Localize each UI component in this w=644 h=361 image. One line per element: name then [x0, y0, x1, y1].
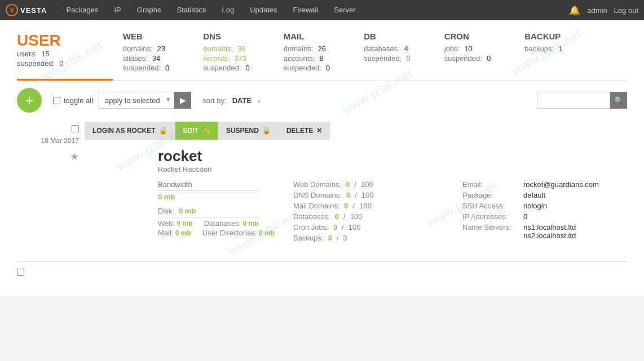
- metrics-grid: Bandwidth 0 mb Disk: 0 mb Web:: [158, 180, 627, 244]
- backup-stats: BACKUP backups:1: [524, 32, 562, 73]
- apply-button[interactable]: ▶: [174, 92, 191, 109]
- nav-right: 🔔 admin Log out: [569, 5, 638, 16]
- dns-title: DNS: [203, 32, 249, 41]
- email-row: Email: rocket@guardians.com: [462, 180, 627, 189]
- databases-row: Databases: 0 / 100: [293, 212, 451, 221]
- apply-select[interactable]: apply to selected suspend unsuspend dele…: [99, 92, 174, 109]
- suspend-label: SUSPEND: [226, 127, 259, 135]
- web-sub: Web: 0 mb: [158, 219, 192, 228]
- metrics-col3: Email: rocket@guardians.com Package: def…: [462, 180, 627, 244]
- navbar: V VESTA Packages IP Graphs Statistics Lo…: [0, 0, 644, 20]
- user-fullname: Rocket Raccoon: [158, 165, 627, 173]
- toggle-all-label[interactable]: toggle all: [53, 96, 93, 105]
- search-icon: 🔍: [614, 96, 624, 105]
- backup-title: BACKUP: [524, 32, 562, 41]
- toolbar: + toggle all apply to selected suspend u…: [17, 81, 627, 119]
- username: rocket: [158, 148, 627, 165]
- bottom-checkbox-area: [17, 261, 627, 284]
- dns-stats: DNS domains:36 records:373 suspended:0: [203, 32, 249, 73]
- search-button[interactable]: 🔍: [610, 92, 627, 109]
- brand: V VESTA: [6, 4, 47, 16]
- toggle-all-checkbox[interactable]: [53, 97, 60, 104]
- search-input[interactable]: [537, 92, 610, 109]
- db-stats: DB databases:4 suspended:0: [364, 32, 410, 73]
- login-as-button[interactable]: LOGIN AS ROCKET 🔒: [85, 122, 175, 140]
- login-label: LOGIN AS ROCKET: [92, 127, 156, 135]
- star-icon[interactable]: ★: [70, 150, 79, 163]
- user-date: 18 Mar 2017: [41, 137, 79, 145]
- web-title: WEB: [123, 32, 169, 41]
- userdirs-sub: User Directories: 0 mb: [202, 229, 275, 237]
- nav-graphs[interactable]: Graphs: [129, 0, 169, 20]
- pencil-icon: ✏️: [202, 127, 210, 135]
- bandwidth-divider: [158, 190, 259, 191]
- delete-label: DELETE: [286, 127, 313, 135]
- add-user-button[interactable]: +: [17, 88, 42, 113]
- toggle-all-text: toggle all: [64, 96, 93, 105]
- disk-label: Disk:: [158, 207, 174, 215]
- mail-stats: MAIL domains:26 accounts:8 suspended:0: [284, 32, 330, 73]
- main-content: USER users: 15 suspended: 0 WEB domains:…: [0, 20, 644, 296]
- ip-row: IP Addresses: 0: [462, 212, 627, 221]
- cron-title: CRON: [444, 32, 491, 41]
- nav-updates[interactable]: Updates: [242, 0, 285, 20]
- metrics-col1: Bandwidth 0 mb Disk: 0 mb Web:: [158, 180, 282, 244]
- nav-packages[interactable]: Packages: [58, 0, 106, 20]
- user-card: rocket Rocket Raccoon Bandwidth 0 mb Dis…: [158, 148, 627, 244]
- nav-log[interactable]: Log: [214, 0, 242, 20]
- logout-link[interactable]: Log out: [614, 6, 638, 15]
- user-row-right: LOGIN AS ROCKET 🔒 EDIT ✏️ SUSPEND 🔒 DELE…: [85, 122, 627, 244]
- sort-label: sort by:: [202, 96, 227, 105]
- package-row: Package: default: [462, 191, 627, 199]
- ns2: ns2.localhost.ltd: [523, 231, 576, 240]
- disk-block: Disk: 0 mb: [158, 207, 282, 215]
- nav-links: Packages IP Graphs Statistics Log Update…: [58, 0, 569, 20]
- nav-statistics[interactable]: Statistics: [169, 0, 214, 20]
- sort-direction: ↓: [257, 96, 261, 104]
- bandwidth-value: 0 mb: [158, 193, 282, 201]
- databases-sub: Databases: 0 mb: [204, 219, 258, 228]
- apply-select-wrap: apply to selected suspend unsuspend dele…: [99, 92, 191, 109]
- sub-metrics2: Mail: 0 mb User Directories: 0 mb: [158, 229, 282, 237]
- bell-icon: 🔔: [569, 5, 580, 16]
- arrow-right-icon: ▶: [180, 96, 186, 105]
- nav-ip[interactable]: IP: [106, 0, 129, 20]
- apply-select-wrapper: apply to selected suspend unsuspend dele…: [99, 92, 174, 109]
- user-title: USER: [17, 32, 61, 50]
- user-stat-suspended: suspended: 0: [17, 59, 95, 68]
- web-stats: WEB domains:23 aliases:34 suspended:0: [123, 32, 169, 73]
- user-row: 18 Mar 2017 ★ LOGIN AS ROCKET 🔒 EDIT ✏️ …: [17, 119, 627, 250]
- delete-icon: ✕: [316, 127, 322, 135]
- plus-icon: +: [25, 92, 33, 109]
- db-title: DB: [364, 32, 410, 41]
- bottom-checkbox[interactable]: [17, 269, 24, 276]
- suspend-button[interactable]: SUSPEND 🔒: [218, 122, 279, 140]
- backups-row: Backups: 0 / 3: [293, 234, 451, 242]
- metrics-col2: Web Domains: 0 / 100 DNS Domains: 0 / 10…: [293, 180, 451, 244]
- edit-button[interactable]: EDIT ✏️: [175, 122, 218, 140]
- mail-title: MAIL: [284, 32, 330, 41]
- nav-server[interactable]: Server: [326, 0, 363, 20]
- mail-domains-row: Mail Domains: 0 / 100: [293, 202, 451, 210]
- disk-row: Disk: 0 mb: [158, 207, 282, 215]
- dns-domains-row: DNS Domains: 0 / 100: [293, 191, 451, 199]
- search-wrap: 🔍: [537, 92, 627, 109]
- disk-value: 0 mb: [179, 207, 196, 215]
- sort-value: DATE: [232, 96, 252, 105]
- ssh-row: SSH Access: nologin: [462, 202, 627, 210]
- delete-button[interactable]: DELETE ✕: [279, 122, 330, 140]
- cron-stats: CRON jobs:10 suspended:0: [444, 32, 491, 73]
- stats-row: USER users: 15 suspended: 0 WEB domains:…: [17, 32, 627, 73]
- ns-row: Name Servers: ns1.localhost.ltd ns2.loca…: [462, 223, 627, 240]
- edit-label: EDIT: [183, 127, 199, 135]
- web-domains-row: Web Domains: 0 / 100: [293, 180, 451, 189]
- admin-label: admin: [587, 6, 607, 15]
- cron-jobs-row: Cron Jobs: 0 / 100: [293, 223, 451, 231]
- user-checkbox[interactable]: [72, 125, 79, 132]
- nav-firewall[interactable]: Firewall: [285, 0, 327, 20]
- logo-icon: V: [6, 4, 18, 16]
- action-bar: LOGIN AS ROCKET 🔒 EDIT ✏️ SUSPEND 🔒 DELE…: [85, 122, 627, 140]
- user-row-left: 18 Mar 2017 ★: [17, 122, 79, 163]
- lock-icon: 🔒: [159, 127, 167, 135]
- suspend-icon: 🔒: [262, 127, 271, 135]
